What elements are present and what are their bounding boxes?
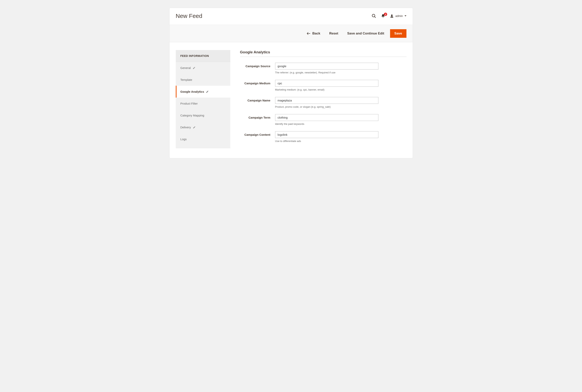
- save-button[interactable]: Save: [390, 29, 406, 38]
- search-icon: [372, 14, 376, 18]
- back-label: Back: [312, 32, 320, 36]
- field-campaign-medium: Campaign Medium Marketing medium: (e.g. …: [240, 80, 406, 91]
- chevron-down-icon: [404, 15, 406, 17]
- section-title: Google Analytics: [240, 50, 406, 57]
- field-label: Campaign Medium: [240, 80, 275, 91]
- campaign-source-input[interactable]: [275, 63, 378, 70]
- back-button[interactable]: Back: [304, 29, 323, 38]
- pencil-icon: [193, 66, 195, 69]
- field-campaign-content: Campaign Content Use to differentiate ad…: [240, 131, 406, 142]
- main-panel: New Feed 2 admin Back Reset Save and Con…: [169, 8, 413, 158]
- sidebar-item-google-analytics[interactable]: Google Analytics: [176, 86, 230, 98]
- sidebar-item-product-filter[interactable]: Product Filter: [176, 98, 230, 110]
- main-form: Google Analytics Campaign Source The ref…: [240, 50, 406, 148]
- sidebar-item-label: Logs: [180, 138, 187, 141]
- pencil-icon: [206, 90, 209, 93]
- sidebar-item-category-mapping[interactable]: Category Mapping: [176, 110, 230, 121]
- field-label: Campaign Name: [240, 97, 275, 108]
- field-hint: Use to differentiate ads: [275, 140, 378, 142]
- notification-badge: 2: [384, 13, 387, 16]
- field-label: Campaign Term: [240, 114, 275, 126]
- field-label: Campaign Content: [240, 131, 275, 142]
- header: New Feed 2 admin: [170, 8, 413, 25]
- sidebar-item-label: Google Analytics: [180, 90, 204, 93]
- campaign-content-input[interactable]: [275, 131, 378, 138]
- sidebar-item-label: Delivery: [180, 126, 191, 129]
- search-button[interactable]: [372, 14, 376, 18]
- sidebar: FEED INFORMATION General Template Google…: [176, 50, 230, 148]
- page-title: New Feed: [176, 13, 202, 19]
- field-hint: The referrer: (e.g. google, newsletter).…: [275, 71, 378, 74]
- arrow-left-icon: [307, 32, 310, 35]
- sidebar-item-label: Product Filter: [180, 102, 198, 105]
- notifications-button[interactable]: 2: [381, 14, 385, 18]
- svg-line-1: [374, 16, 376, 18]
- campaign-medium-input[interactable]: [275, 80, 378, 87]
- field-campaign-name: Campaign Name Product, promo code, or sl…: [240, 97, 406, 108]
- campaign-name-input[interactable]: [275, 97, 378, 104]
- sidebar-header: FEED INFORMATION: [176, 50, 230, 62]
- user-name: admin: [395, 14, 403, 18]
- reset-button[interactable]: Reset: [326, 29, 341, 38]
- sidebar-item-general[interactable]: General: [176, 62, 230, 74]
- field-campaign-term: Campaign Term Identify the paid keywords: [240, 114, 406, 126]
- header-actions: 2 admin: [372, 14, 406, 18]
- sidebar-item-logs[interactable]: Logs: [176, 133, 230, 145]
- field-label: Campaign Source: [240, 63, 275, 74]
- save-continue-button[interactable]: Save and Continue Edit: [344, 29, 387, 38]
- campaign-term-input[interactable]: [275, 114, 378, 121]
- sidebar-item-label: Template: [180, 78, 192, 82]
- toolbar: Back Reset Save and Continue Edit Save: [170, 25, 413, 42]
- sidebar-item-delivery[interactable]: Delivery: [176, 121, 230, 133]
- user-icon: [390, 14, 394, 18]
- sidebar-item-label: Category Mapping: [180, 114, 204, 117]
- field-campaign-source: Campaign Source The referrer: (e.g. goog…: [240, 63, 406, 74]
- svg-point-0: [372, 14, 375, 17]
- sidebar-item-template[interactable]: Template: [176, 74, 230, 86]
- pencil-icon: [193, 126, 196, 129]
- svg-point-2: [391, 14, 393, 16]
- field-hint: Marketing medium: (e.g. cpc, banner, ema…: [275, 88, 378, 91]
- sidebar-item-label: General: [180, 66, 191, 70]
- field-hint: Identify the paid keywords: [275, 122, 378, 126]
- user-menu[interactable]: admin: [390, 14, 406, 18]
- field-hint: Product, promo code, or slogan (e.g. spr…: [275, 105, 378, 108]
- content: FEED INFORMATION General Template Google…: [170, 42, 413, 158]
